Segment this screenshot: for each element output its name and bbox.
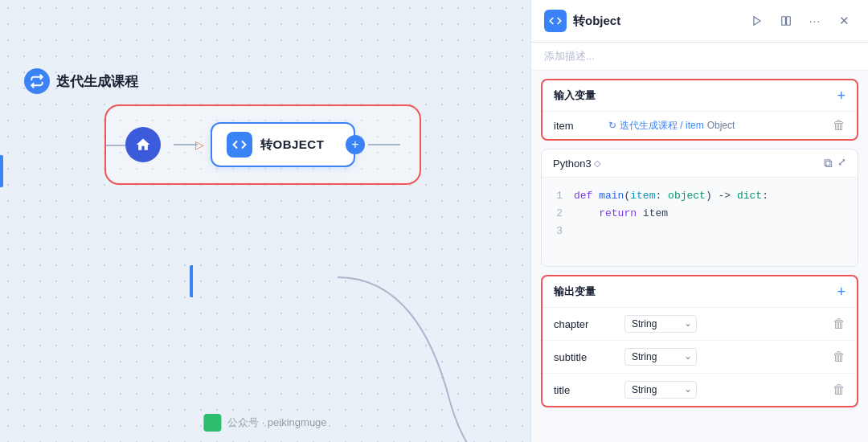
- add-input-var-button[interactable]: +: [837, 88, 845, 103]
- output-section-header: 输出变量 +: [542, 276, 857, 308]
- split-button[interactable]: [775, 10, 797, 32]
- connector-line: ▷: [174, 144, 198, 145]
- output-variables-section: 输出变量 + chapter String Number Boolean Obj…: [541, 275, 858, 407]
- svg-marker-0: [754, 17, 760, 26]
- workflow-container: ▷ 转OBJECT +: [104, 104, 421, 185]
- right-accent: [190, 265, 193, 297]
- output-var-row-chapter: chapter String Number Boolean Object Arr…: [542, 308, 857, 341]
- var-source-icon: ↻: [608, 120, 616, 131]
- copy-code-button[interactable]: ⧉: [824, 156, 833, 170]
- code-line-3: 3: [553, 223, 846, 240]
- panel-title: 转object: [573, 14, 739, 29]
- delete-output-var-subtitle[interactable]: 🗑: [833, 350, 845, 364]
- input-section-title: 输入变量: [554, 88, 596, 103]
- input-var-name: item: [554, 120, 602, 132]
- type-select-chapter[interactable]: String Number Boolean Object Array: [624, 315, 697, 333]
- connector-left: [106, 145, 125, 146]
- node-title-text: 迭代生成课程: [56, 72, 138, 91]
- output-var-name-subtitle: subtitle: [554, 351, 618, 363]
- panel-description[interactable]: 添加描述...: [531, 43, 868, 71]
- watermark: 公众号 · peikingmuge: [203, 415, 326, 432]
- output-var-name-chapter: chapter: [554, 318, 618, 330]
- output-var-type-subtitle: String Number Boolean Object Array: [624, 348, 826, 366]
- add-output-var-button[interactable]: +: [837, 284, 845, 299]
- lang-chevron-icon: ◇: [594, 158, 600, 169]
- panel-header-icon: [544, 10, 567, 32]
- close-button[interactable]: ✕: [833, 10, 855, 32]
- delete-output-var-title[interactable]: 🗑: [833, 383, 845, 397]
- input-section-header: 输入变量 +: [542, 80, 857, 112]
- output-var-row-subtitle: subtitle String Number Boolean Object Ar…: [542, 341, 857, 374]
- type-select-subtitle[interactable]: String Number Boolean Object Array: [624, 348, 697, 366]
- watermark-icon: [203, 414, 221, 432]
- panel-header: 转object ··· ✕: [531, 0, 868, 43]
- connector-right: [368, 144, 400, 145]
- left-accent: [0, 155, 3, 187]
- code-section: Python3 ◇ ⧉ ⤢ 1 def main(item: object) -…: [541, 149, 858, 267]
- code-node-icon: [227, 132, 252, 158]
- more-button[interactable]: ···: [804, 10, 826, 32]
- input-var-row-item: item ↻ 迭代生成课程 / item Object 🗑: [542, 112, 857, 139]
- code-editor[interactable]: 1 def main(item: object) -> dict: 2 retu…: [542, 178, 858, 266]
- delete-output-var-chapter[interactable]: 🗑: [833, 317, 845, 331]
- type-select-title[interactable]: String Number Boolean Object Array: [624, 381, 697, 399]
- workflow-canvas: 迭代生成课程 ▷ 转OBJECT +: [0, 0, 530, 442]
- output-var-name-title: title: [554, 384, 618, 396]
- input-var-source: ↻ 迭代生成课程 / item Object: [608, 119, 826, 133]
- node-title-bar: 迭代生成课程: [24, 68, 138, 94]
- var-source-link[interactable]: 迭代生成课程 / item: [620, 119, 704, 133]
- output-var-type-chapter: String Number Boolean Object Array: [624, 315, 826, 333]
- input-variables-section: 输入变量 + item ↻ 迭代生成课程 / item Object 🗑: [541, 79, 858, 141]
- svg-rect-1: [782, 17, 786, 26]
- code-line-1: 1 def main(item: object) -> dict:: [553, 187, 846, 205]
- delete-input-var-button[interactable]: 🗑: [833, 118, 845, 133]
- output-var-type-title: String Number Boolean Object Array: [624, 381, 826, 399]
- output-var-row-title: title String Number Boolean Object Array…: [542, 374, 857, 406]
- code-line-2: 2 return item: [553, 205, 846, 223]
- code-node[interactable]: 转OBJECT +: [211, 122, 355, 167]
- code-actions: ⧉ ⤢: [824, 156, 846, 170]
- var-source-type: Object: [707, 120, 735, 131]
- code-node-label: 转OBJECT: [260, 137, 324, 153]
- code-node-add-button[interactable]: +: [346, 135, 365, 154]
- output-section-title: 输出变量: [554, 284, 596, 299]
- iterate-node-icon: [24, 68, 50, 94]
- svg-rect-2: [787, 17, 791, 26]
- run-button[interactable]: [746, 10, 768, 32]
- start-node: [125, 127, 161, 162]
- watermark-text: 公众号 · peikingmuge: [227, 416, 327, 428]
- panel-actions: ··· ✕: [746, 10, 855, 32]
- code-section-header: Python3 ◇ ⧉ ⤢: [542, 149, 858, 178]
- expand-code-button[interactable]: ⤢: [837, 156, 846, 170]
- right-panel: 转object ··· ✕ 添加描述... 输入变量 + ite: [530, 0, 868, 442]
- code-language-label[interactable]: Python3 ◇: [553, 158, 600, 170]
